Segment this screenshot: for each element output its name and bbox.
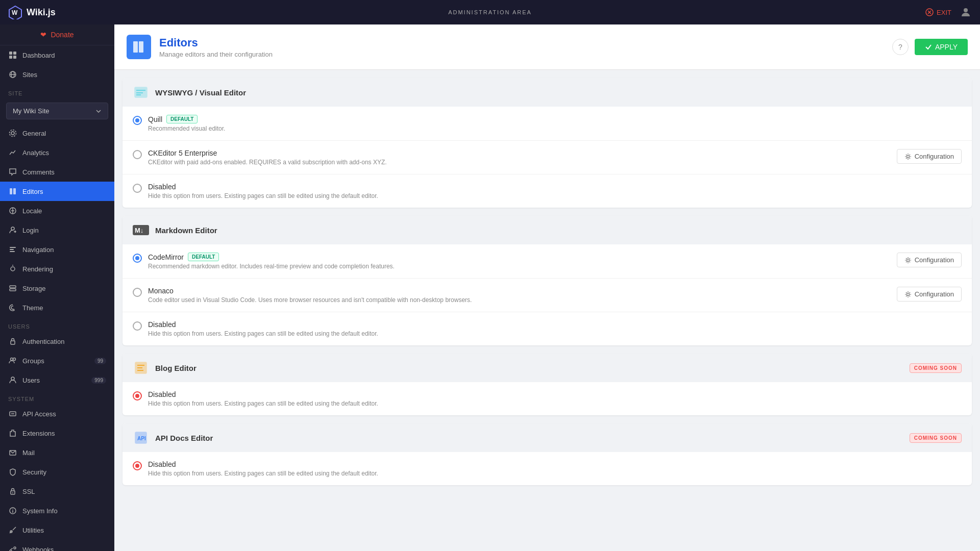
sidebar-item-rendering-label: Rendering — [22, 265, 53, 273]
disabled-markdown-content: Disabled Hide this option from users. Ex… — [148, 320, 962, 337]
sidebar-item-sites[interactable]: Sites — [0, 65, 114, 84]
exit-button[interactable]: EXIT — [925, 8, 951, 16]
blog-coming-soon-badge: COMING SOON — [910, 363, 962, 373]
theme-icon — [8, 303, 17, 312]
topbar-right: EXIT — [925, 6, 972, 18]
users-section-label: Users — [0, 317, 114, 332]
rendering-icon — [8, 264, 17, 273]
sidebar-item-utilities-label: Utilities — [22, 527, 44, 534]
sidebar-item-login[interactable]: Login — [0, 220, 114, 240]
sidebar-item-ssl[interactable]: SSL — [0, 482, 114, 501]
svg-rect-21 — [10, 249, 14, 250]
blog-section-header: Blog Editor COMING SOON — [122, 354, 972, 382]
sidebar-item-comments-label: Comments — [22, 168, 55, 176]
sidebar-item-storage[interactable]: Storage — [0, 279, 114, 298]
disabled-blog-radio[interactable] — [133, 391, 142, 400]
topbar-left: W Wiki.js — [8, 5, 56, 19]
wysiwyg-section-header: WYSIWYG / Visual Editor — [122, 78, 972, 107]
svg-rect-6 — [9, 52, 12, 55]
sidebar-item-extensions[interactable]: Extensions — [0, 423, 114, 443]
disabled-markdown-radio[interactable] — [133, 321, 142, 331]
donate-item[interactable]: ❤ Donate — [0, 24, 114, 45]
sidebar-item-utilities[interactable]: Utilities — [0, 520, 114, 540]
svg-text:W: W — [12, 9, 18, 16]
disabled-wysiwyg-radio[interactable] — [133, 184, 142, 193]
site-selector[interactable]: My Wiki Site — [6, 103, 108, 119]
mail-icon — [8, 448, 17, 457]
blog-icon — [133, 360, 149, 376]
sidebar-item-locale-label: Locale — [22, 207, 42, 215]
svg-rect-9 — [13, 56, 16, 59]
ckeditor-radio[interactable] — [133, 150, 142, 159]
ckeditor-content: CKEditor 5 Enterprise CKEditor with paid… — [148, 149, 891, 166]
sidebar-item-dashboard-label: Dashboard — [22, 52, 55, 59]
codemirror-config-button[interactable]: Configuration — [897, 253, 962, 267]
sidebar-item-comments[interactable]: Comments — [0, 162, 114, 182]
groups-badge: 99 — [94, 358, 106, 364]
sidebar-item-navigation[interactable]: Navigation — [0, 240, 114, 259]
codemirror-default-badge: DEFAULT — [188, 253, 219, 261]
codemirror-name: CodeMirror DEFAULT — [148, 253, 891, 261]
sidebar-item-editors-label: Editors — [22, 188, 43, 195]
sidebar: ❤ Donate Dashboard Sites Site My Wiki Si… — [0, 24, 114, 551]
topbar: W Wiki.js ADMINISTRATION AREA EXIT — [0, 0, 980, 24]
codemirror-radio[interactable] — [133, 254, 142, 263]
wysiwyg-section-header-left: WYSIWYG / Visual Editor — [133, 84, 246, 101]
svg-point-52 — [906, 293, 909, 295]
monaco-config-button[interactable]: Configuration — [897, 287, 962, 302]
disabled-apidocs-radio[interactable] — [133, 461, 142, 470]
sidebar-item-dashboard[interactable]: Dashboard — [0, 45, 114, 65]
blog-section: Blog Editor COMING SOON Disabled Hide th… — [122, 354, 972, 415]
navigation-icon — [8, 245, 17, 254]
sidebar-item-security[interactable]: Security — [0, 462, 114, 482]
main-content: Editors Manage editors and their configu… — [114, 24, 980, 551]
sidebar-item-users[interactable]: Users 999 — [0, 370, 114, 390]
sidebar-item-mail[interactable]: Mail — [0, 443, 114, 462]
quill-desc: Recommended visual editor. — [148, 125, 962, 132]
sidebar-item-locale[interactable]: Locale — [0, 201, 114, 220]
apply-label: APPLY — [935, 43, 958, 51]
app-title: Wiki.js — [27, 7, 56, 18]
sidebar-item-editors[interactable]: Editors — [0, 182, 114, 201]
quill-radio[interactable] — [133, 116, 142, 125]
monaco-radio[interactable] — [133, 288, 142, 297]
svg-text:API: API — [137, 436, 146, 441]
sidebar-item-webhooks[interactable]: Webhooks — [0, 540, 114, 551]
blog-title: Blog Editor — [155, 364, 197, 372]
markdown-section-header-left: M↓ Markdown Editor — [133, 222, 217, 238]
disabled-wysiwyg-content: Disabled Hide this option from users. Ex… — [148, 183, 962, 199]
checkmark-icon — [925, 43, 932, 51]
dashboard-icon — [8, 51, 17, 60]
sidebar-item-general[interactable]: General — [0, 123, 114, 143]
sidebar-item-api-access[interactable]: API Access — [0, 404, 114, 423]
help-button[interactable]: ? — [892, 39, 909, 55]
ckeditor-config-button[interactable]: Configuration — [897, 149, 962, 164]
sidebar-item-analytics[interactable]: Analytics — [0, 143, 114, 162]
svg-rect-8 — [9, 56, 12, 59]
gear-icon-3 — [904, 291, 912, 298]
general-icon — [8, 129, 17, 138]
svg-rect-15 — [10, 188, 12, 194]
sidebar-item-system-info[interactable]: System Info — [0, 501, 114, 520]
sidebar-item-authentication[interactable]: Authentication — [0, 332, 114, 351]
sidebar-item-security-label: Security — [22, 468, 46, 476]
donate-label: Donate — [51, 31, 74, 39]
user-avatar[interactable] — [960, 6, 972, 18]
security-icon — [8, 467, 17, 477]
svg-rect-7 — [13, 52, 16, 55]
sidebar-item-groups-label: Groups — [22, 357, 44, 365]
disabled-apidocs-desc: Hide this option from users. Existing pa… — [148, 470, 962, 477]
blog-section-header-left: Blog Editor — [133, 360, 197, 376]
sidebar-item-authentication-label: Authentication — [22, 338, 64, 345]
wiki-logo-icon: W — [8, 5, 22, 19]
sidebar-item-groups[interactable]: Groups 99 — [0, 351, 114, 370]
svg-rect-42 — [133, 41, 138, 53]
sidebar-item-theme[interactable]: Theme — [0, 298, 114, 317]
sidebar-item-sites-label: Sites — [22, 71, 37, 79]
sidebar-item-rendering[interactable]: Rendering — [0, 259, 114, 279]
monaco-content: Monaco Code editor used in Visual Studio… — [148, 287, 891, 304]
apply-button[interactable]: APPLY — [915, 39, 968, 55]
svg-point-35 — [12, 492, 13, 493]
page-subtitle: Manage editors and their configuration — [159, 51, 273, 58]
sidebar-item-theme-label: Theme — [22, 304, 43, 312]
